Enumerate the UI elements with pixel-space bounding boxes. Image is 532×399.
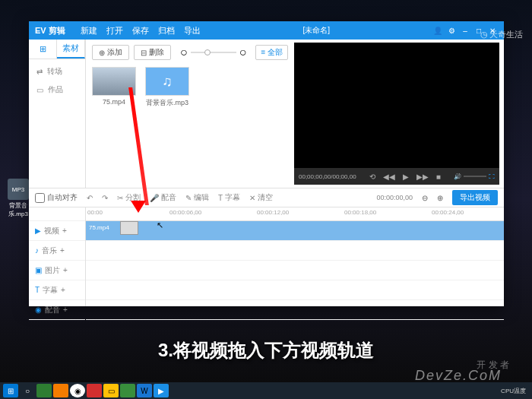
clip-drag-preview	[120, 221, 138, 235]
instruction-caption: 3.将视频拖入下方视频轨道	[0, 338, 532, 363]
timeline-time: 00:00:00,00	[376, 194, 413, 201]
split-button[interactable]: ✂ 分割	[117, 192, 141, 203]
mp3-icon: MP3	[8, 179, 29, 200]
filter-dropdown[interactable]: ≡ 全部	[255, 45, 288, 60]
video-track[interactable]: 75.mp4	[86, 221, 504, 241]
video-track-icon: ▶	[35, 226, 41, 235]
timeline: ▶视频 + ♪音乐 + ▣图片 + T字幕 + ◉配音 + 00:00 00:0…	[29, 207, 504, 306]
search-button[interactable]: ○	[20, 384, 35, 397]
clear-button[interactable]: ✕ 清空	[249, 192, 273, 203]
app-title: EV 剪辑	[35, 25, 65, 36]
titlebar: EV 剪辑 新建 打开 保存 归档 导出 [未命名] 👤 ⚙ – □ ✕	[29, 21, 504, 40]
menu-new[interactable]: 新建	[81, 25, 97, 36]
taskbar-app[interactable]	[87, 384, 102, 397]
stop-icon[interactable]: ■	[436, 173, 441, 181]
trash-icon: ⊟	[141, 49, 147, 57]
volume-control[interactable]: 🔊 ⛶	[454, 173, 495, 180]
play-icon[interactable]: ▶	[403, 173, 409, 181]
timeline-toolbar: 自动对齐 ↶ ↷ ✂ 分割 🎤 配音 ✎ 编辑 T 字幕 ✕ 清空 00:00:…	[29, 188, 504, 207]
next-icon[interactable]: ▶▶	[416, 173, 429, 181]
zoom-slider[interactable]: ○ ○	[176, 46, 251, 59]
redo-button[interactable]: ↷	[102, 194, 108, 202]
auto-align-checkbox[interactable]: 自动对齐	[35, 192, 78, 203]
taskbar-app[interactable]	[120, 384, 135, 397]
media-label: 背景音乐.mp3	[145, 98, 189, 108]
subtitle-track-icon: T	[35, 286, 40, 294]
menu-archive[interactable]: 归档	[158, 25, 175, 36]
taskbar-app[interactable]: W	[137, 384, 152, 397]
sidebar-item-transition[interactable]: ⇄转场	[29, 62, 85, 81]
dub-button[interactable]: 🎤 配音	[150, 192, 176, 203]
left-panel: ⊞ 素材 ⇄转场 ▭作品	[29, 40, 86, 188]
zoom-in-icon: ○	[239, 46, 247, 59]
desktop-file-label: 背景音乐.mp3	[8, 201, 29, 218]
taskbar-status: CPU温度	[501, 387, 529, 395]
start-button[interactable]: ⊞	[3, 384, 18, 397]
menu-save[interactable]: 保存	[132, 25, 149, 36]
preview-panel: 00;00;00,00/00;00,00 ⟲ ◀◀ ▶ ▶▶ ■ 🔊 ⛶	[294, 43, 499, 185]
desktop-file-icon[interactable]: MP3 背景音乐.mp3	[8, 179, 29, 218]
video-thumbnail	[92, 67, 136, 96]
track-label-voice[interactable]: ◉配音 +	[29, 300, 85, 320]
transition-icon: ⇄	[36, 68, 43, 76]
media-label: 75.mp4	[92, 98, 136, 106]
loop-icon[interactable]: ⟲	[369, 173, 375, 181]
audio-track[interactable]	[86, 241, 504, 261]
main-menu: 新建 打开 保存 归档 导出	[81, 25, 201, 36]
plus-icon: ⊕	[99, 49, 105, 57]
app-window: EV 剪辑 新建 打开 保存 归档 导出 [未命名] 👤 ⚙ – □ ✕ ⊞ 素…	[29, 21, 504, 306]
video-clip[interactable]: 75.mp4	[86, 223, 116, 239]
timeline-ruler[interactable]: 00:00 00:00:06,00 00:00:12,00 00:00:18,0…	[86, 207, 504, 221]
track-label-audio[interactable]: ♪音乐 +	[29, 241, 85, 261]
subtitle-track[interactable]	[86, 280, 504, 300]
watermark: ◷ 天奇生活	[480, 29, 523, 40]
settings-icon[interactable]: ⚙	[446, 25, 457, 36]
taskbar-chrome[interactable]: ◉	[70, 384, 85, 397]
music-note-icon: ♫	[162, 74, 173, 90]
user-icon[interactable]: 👤	[432, 25, 443, 36]
track-label-subtitle[interactable]: T字幕 +	[29, 280, 85, 300]
sidebar-item-works[interactable]: ▭作品	[29, 81, 85, 99]
taskbar-app[interactable]	[36, 384, 52, 397]
prev-icon[interactable]: ◀◀	[383, 173, 395, 181]
delete-button[interactable]: ⊟删除	[134, 45, 171, 60]
media-item-audio[interactable]: ♫ 背景音乐.mp3	[145, 67, 189, 108]
edit-button[interactable]: ✎ 编辑	[185, 192, 209, 203]
audio-thumbnail: ♫	[145, 67, 189, 96]
minimize-icon[interactable]: –	[460, 25, 470, 36]
taskbar: ⊞ ○ ◉ ▭ W ▶ CPU温度	[0, 382, 532, 399]
fullscreen-icon[interactable]: ⛶	[489, 173, 495, 180]
tab-material[interactable]: 素材	[57, 40, 85, 59]
taskbar-folder[interactable]: ▭	[103, 384, 119, 397]
grid-icon: ⊞	[40, 44, 46, 54]
zoom-timeline-out[interactable]: ⊖	[422, 194, 428, 202]
subtitle-button[interactable]: T 字幕	[218, 192, 240, 203]
zoom-out-icon: ○	[180, 46, 188, 59]
menu-open[interactable]: 打开	[106, 25, 123, 36]
track-label-video[interactable]: ▶视频 +	[29, 221, 85, 241]
voice-track[interactable]	[86, 300, 504, 320]
taskbar-ev[interactable]: ▶	[154, 384, 169, 397]
image-track[interactable]	[86, 261, 504, 280]
preview-time: 00;00;00,00/00;00,00	[299, 173, 356, 180]
audio-track-icon: ♪	[35, 246, 39, 255]
folder-icon: ▭	[36, 86, 43, 94]
zoom-timeline-in[interactable]: ⊕	[437, 194, 443, 202]
undo-button[interactable]: ↶	[87, 194, 93, 202]
volume-icon: 🔊	[454, 173, 461, 180]
preview-screen[interactable]	[294, 43, 499, 168]
track-label-image[interactable]: ▣图片 +	[29, 261, 85, 280]
tab-grid[interactable]: ⊞	[29, 40, 57, 59]
export-button[interactable]: 导出视频	[452, 190, 498, 205]
voice-track-icon: ◉	[35, 306, 42, 314]
document-name: [未命名]	[201, 25, 432, 36]
media-library: ⊕添加 ⊟删除 ○ ○ ≡ 全部 75.mp4 ♫	[86, 40, 294, 188]
mouse-cursor: ↖	[157, 220, 163, 230]
media-item-video[interactable]: 75.mp4	[92, 67, 136, 108]
sub-caption: DevZe.CoM	[415, 368, 502, 384]
add-button[interactable]: ⊕添加	[92, 45, 129, 60]
menu-export[interactable]: 导出	[184, 25, 201, 36]
taskbar-app[interactable]	[53, 384, 68, 397]
image-track-icon: ▣	[35, 266, 42, 274]
